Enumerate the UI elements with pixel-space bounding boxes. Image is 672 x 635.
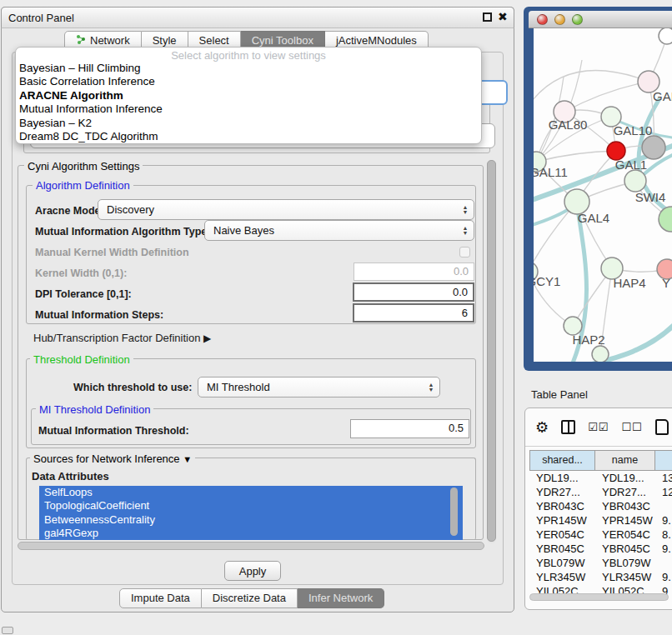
tab-label: Style xyxy=(153,34,177,47)
table-cell: YER054C xyxy=(595,528,655,542)
aracne-mode-combo[interactable]: Discovery ▲▼ xyxy=(98,199,474,220)
algorithm-option[interactable]: Mutual Information Inference xyxy=(16,102,481,116)
aracne-mode-value: Discovery xyxy=(98,203,460,216)
algorithm-option[interactable]: Dream8 DC_TDC Algorithm xyxy=(16,130,481,143)
tab-infer-network[interactable]: Infer Network xyxy=(298,588,384,608)
node-label: HAP2 xyxy=(572,332,604,347)
table-cell: 8. xyxy=(655,528,672,542)
table-cell: YPR145W xyxy=(595,513,655,528)
column-header[interactable]: shared... xyxy=(529,450,595,471)
checked-boxes-icon[interactable]: ☑☑ xyxy=(588,421,609,433)
manual-kernel-checkbox[interactable] xyxy=(459,247,470,258)
tab-discretize-data[interactable]: Discretize Data xyxy=(202,588,298,608)
algorithm-option[interactable]: ARACNE Algorithm xyxy=(16,89,481,102)
table-cell: YLR345W xyxy=(529,570,595,584)
attribute-item[interactable]: TopologicalCoefficient xyxy=(39,499,463,512)
algorithm-dropdown-popup: Select algorithm to view settings Bayesi… xyxy=(15,47,482,144)
table-cell: YBL079W xyxy=(529,556,595,570)
zoom-traffic-light-icon[interactable] xyxy=(572,14,583,25)
table-cell: YDL19... xyxy=(595,471,655,485)
table-cell: YBR045C xyxy=(529,542,595,556)
tab-label: Impute Data xyxy=(131,592,190,604)
tab-label: Discretize Data xyxy=(213,592,286,604)
algorithm-placeholder: Select algorithm to view settings xyxy=(16,49,481,62)
table-panel-toolbar: ⚙ ☑☑ ☐☐ xyxy=(525,408,672,447)
application-window: Control Panel ✖ NetworkStyleSelectCyni T… xyxy=(0,0,672,635)
network-node[interactable] xyxy=(659,28,672,44)
mi-steps-field[interactable]: 6 xyxy=(353,303,474,322)
mi-type-combo[interactable]: Naive Bayes ▲▼ xyxy=(204,220,474,241)
column-header[interactable]: name xyxy=(595,450,655,471)
split-columns-icon[interactable] xyxy=(561,420,575,434)
attributes-scrollbar[interactable] xyxy=(450,488,458,536)
settings-horizontal-scrollbar[interactable] xyxy=(18,542,484,550)
document-icon[interactable] xyxy=(655,419,669,435)
which-threshold-label: Which threshold to use: xyxy=(73,382,192,393)
network-icon xyxy=(76,34,86,47)
table-panel: ⚙ ☑☑ ☐☐ shared...name YDL19...YDL19...13… xyxy=(524,408,672,610)
stepper-icon: ▲▼ xyxy=(426,382,439,392)
network-node[interactable] xyxy=(642,136,665,159)
minimize-traffic-light-icon[interactable] xyxy=(554,14,565,25)
attribute-item[interactable]: gal4RGexp xyxy=(39,527,463,540)
table-row[interactable]: YPR145WYPR145W9. xyxy=(529,513,672,528)
manual-kernel-label: Manual Kernel Width Definition xyxy=(35,247,189,258)
which-threshold-value: MI Threshold xyxy=(198,381,426,393)
close-icon[interactable]: ✖ xyxy=(498,10,508,23)
tab-impute-data[interactable]: Impute Data xyxy=(119,588,202,608)
which-threshold-combo[interactable]: MI Threshold ▲▼ xyxy=(198,377,440,398)
hub-definition-expander[interactable]: Hub/Transcription Factor Definition ▶ xyxy=(33,332,211,344)
gear-icon[interactable]: ⚙ xyxy=(535,418,549,437)
table-cell xyxy=(655,556,672,570)
apply-button[interactable]: Apply xyxy=(224,561,281,581)
node-table: shared...name YDL19...YDL19...13YDR27...… xyxy=(529,450,672,598)
network-node[interactable] xyxy=(659,207,672,232)
table-cell: 9. xyxy=(655,542,672,556)
attribute-item[interactable]: SelfLoops xyxy=(39,486,463,499)
cyni-bottom-tabs: Impute DataDiscretize DataInfer Network xyxy=(119,588,384,608)
table-cell xyxy=(655,499,672,513)
table-cell: YBR043C xyxy=(529,499,595,513)
unchecked-boxes-icon[interactable]: ☐☐ xyxy=(621,421,642,433)
network-window-titlebar[interactable] xyxy=(529,11,672,28)
dpi-tolerance-field[interactable]: 0.0 xyxy=(353,282,474,302)
network-node-swi4[interactable] xyxy=(624,170,646,192)
mi-type-label: Mutual Information Algorithm Type: xyxy=(35,226,210,238)
table-row[interactable]: YDR27...YDR27...12 xyxy=(529,485,672,499)
kernel-width-field[interactable]: 0.0 xyxy=(354,262,474,281)
close-traffic-light-icon[interactable] xyxy=(537,14,548,25)
node-label: GAL10 xyxy=(614,123,653,138)
tab-label: Network xyxy=(90,34,130,47)
table-row[interactable]: YLR345WYLR345W9. xyxy=(529,570,672,584)
table-row[interactable]: YER054CYER054C8. xyxy=(529,528,672,542)
table-cell: 9. xyxy=(655,570,672,584)
network-edge xyxy=(536,151,616,162)
table-row[interactable]: YBL079WYBL079W xyxy=(529,556,672,570)
table-row[interactable]: YBR043CYBR043C xyxy=(529,499,672,513)
panel-restore-icon[interactable] xyxy=(2,627,13,634)
network-node[interactable] xyxy=(592,346,609,362)
sources-legend[interactable]: Sources for Network Inference ▼ xyxy=(30,452,195,465)
column-header[interactable] xyxy=(655,450,672,471)
algorithm-option[interactable]: Bayesian – K2 xyxy=(16,117,481,130)
attribute-item[interactable]: BetweennessCentrality xyxy=(39,513,463,527)
network-canvas[interactable]: GALGAL80GAL10GAL1GAL11SWI4GAL4GCY1HAP4YH… xyxy=(534,28,672,362)
dpi-tolerance-label: DPI Tolerance [0,1]: xyxy=(35,288,132,300)
table-horizontal-scrollbar[interactable] xyxy=(529,593,669,601)
cyni-settings-legend: Cyni Algorithm Settings xyxy=(24,160,143,172)
algorithm-option[interactable]: Bayesian – Hill Climbing xyxy=(16,62,481,75)
table-row[interactable]: YDL19...YDL19...13 xyxy=(529,471,672,485)
table-cell: YLR345W xyxy=(595,570,655,584)
table-cell: YBR043C xyxy=(595,499,655,513)
table-row[interactable]: YBR045CYBR045C9. xyxy=(529,542,672,556)
mi-threshold-field[interactable]: 0.5 xyxy=(350,419,469,438)
control-panel-titlebar[interactable] xyxy=(1,7,514,28)
tab-label: Cyni Toolbox xyxy=(252,34,313,47)
float-window-icon[interactable] xyxy=(483,12,492,22)
settings-vertical-scrollbar[interactable] xyxy=(487,160,496,543)
mi-threshold-legend: MI Threshold Definition xyxy=(36,403,153,416)
table-cell: YDR27... xyxy=(529,485,595,499)
algorithm-option[interactable]: Basic Correlation Inference xyxy=(16,75,481,88)
node-label: Y xyxy=(662,276,670,290)
table-cell: YBL079W xyxy=(595,556,655,570)
